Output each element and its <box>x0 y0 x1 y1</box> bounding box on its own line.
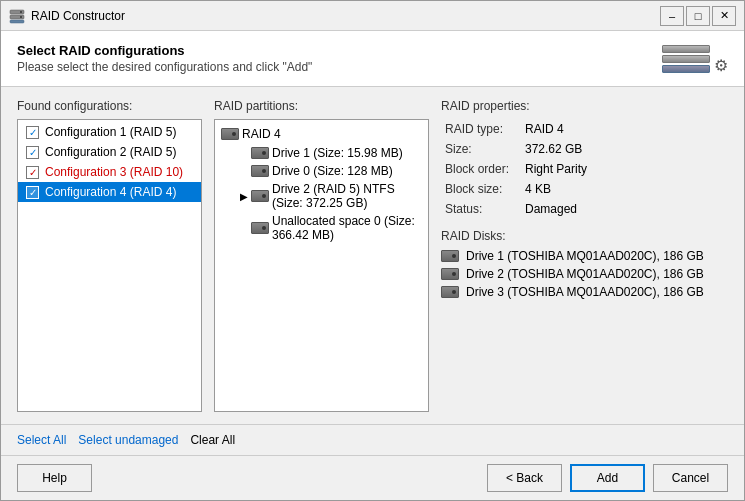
bottom-bar: Select All Select undamaged Clear All <box>1 424 744 455</box>
properties-table: RAID type: RAID 4 Size: 372.62 GB Block … <box>441 119 728 219</box>
hdd-icon <box>251 147 269 159</box>
select-all-button[interactable]: Select All <box>17 433 66 447</box>
prop-row: Size: 372.62 GB <box>441 139 728 159</box>
expand-icon <box>237 164 251 178</box>
header-icon-area: ⚙ <box>662 45 728 73</box>
raid-root-label: RAID 4 <box>242 127 281 141</box>
config1-label: Configuration 1 (RAID 5) <box>45 125 176 139</box>
prop-key: Block size: <box>441 179 521 199</box>
left-panel: Found configurations: Configuration 1 (R… <box>17 99 202 412</box>
config2-label: Configuration 2 (RAID 5) <box>45 145 176 159</box>
close-button[interactable]: ✕ <box>712 6 736 26</box>
partition-label: Unallocated space 0 (Size: 366.42 MB) <box>272 214 422 242</box>
prop-key: Block order: <box>441 159 521 179</box>
hdd-icon <box>251 165 269 177</box>
disk-icon-3 <box>662 65 710 73</box>
hdd-icon <box>441 286 459 298</box>
window-controls: – □ ✕ <box>660 6 736 26</box>
middle-panel: RAID partitions: RAID 4 Drive 1 (Size: 1… <box>214 99 429 412</box>
disk-entry: Drive 1 (TOSHIBA MQ01AAD020C), 186 GB <box>441 247 728 265</box>
config4-label: Configuration 4 (RAID 4) <box>45 185 176 199</box>
help-button[interactable]: Help <box>17 464 92 492</box>
prop-value: 4 KB <box>521 179 728 199</box>
disk-entry: Drive 2 (TOSHIBA MQ01AAD020C), 186 GB <box>441 265 728 283</box>
clear-all-button[interactable]: Clear All <box>190 433 235 447</box>
tree-item[interactable]: ▶ Drive 2 (RAID 5) NTFS (Size: 372.25 GB… <box>215 180 428 212</box>
svg-point-3 <box>20 11 22 13</box>
disk-label: Drive 1 (TOSHIBA MQ01AAD020C), 186 GB <box>466 249 704 263</box>
expand-icon: ▶ <box>237 189 251 203</box>
header: Select RAID configurations Please select… <box>1 31 744 87</box>
partition-label: Drive 0 (Size: 128 MB) <box>272 164 393 178</box>
properties-panel: RAID type: RAID 4 Size: 372.62 GB Block … <box>441 119 728 301</box>
footer: Help < Back Add Cancel <box>1 455 744 500</box>
svg-rect-2 <box>10 20 24 23</box>
select-undamaged-button[interactable]: Select undamaged <box>78 433 178 447</box>
disk-label: Drive 2 (TOSHIBA MQ01AAD020C), 186 GB <box>466 267 704 281</box>
hdd-icon <box>441 268 459 280</box>
prop-value: 372.62 GB <box>521 139 728 159</box>
app-icon <box>9 8 25 24</box>
main-content: Found configurations: Configuration 1 (R… <box>1 87 744 455</box>
raid-root: RAID 4 <box>215 124 428 144</box>
panels: Found configurations: Configuration 1 (R… <box>1 87 744 424</box>
prop-key: RAID type: <box>441 119 521 139</box>
config1-checkbox[interactable] <box>26 126 39 139</box>
disk-icon-1 <box>662 45 710 53</box>
gear-icon: ⚙ <box>714 56 728 75</box>
hdd-icon <box>251 190 269 202</box>
list-item[interactable]: Configuration 3 (RAID 10) <box>18 162 201 182</box>
header-left: Select RAID configurations Please select… <box>17 43 312 74</box>
list-item[interactable]: Configuration 2 (RAID 5) <box>18 142 201 162</box>
cancel-button[interactable]: Cancel <box>653 464 728 492</box>
partition-label: Drive 1 (Size: 15.98 MB) <box>272 146 403 160</box>
main-window: RAID Constructor – □ ✕ Select RAID confi… <box>0 0 745 501</box>
add-button[interactable]: Add <box>570 464 645 492</box>
tree-item[interactable]: Drive 1 (Size: 15.98 MB) <box>215 144 428 162</box>
back-button[interactable]: < Back <box>487 464 562 492</box>
raid-partitions-tree[interactable]: RAID 4 Drive 1 (Size: 15.98 MB) Drive 0 … <box>214 119 429 412</box>
middle-panel-label: RAID partitions: <box>214 99 429 113</box>
title-bar: RAID Constructor – □ ✕ <box>1 1 744 31</box>
prop-value-status: Damaged <box>521 199 728 219</box>
window-title: RAID Constructor <box>31 9 660 23</box>
disk-entry: Drive 3 (TOSHIBA MQ01AAD020C), 186 GB <box>441 283 728 301</box>
header-subtitle: Please select the desired configurations… <box>17 60 312 74</box>
svg-point-4 <box>20 16 22 18</box>
right-panel: RAID properties: RAID type: RAID 4 Size:… <box>441 99 728 412</box>
header-title: Select RAID configurations <box>17 43 312 58</box>
list-item[interactable]: Configuration 4 (RAID 4) <box>18 182 201 202</box>
prop-row: RAID type: RAID 4 <box>441 119 728 139</box>
right-panel-label: RAID properties: <box>441 99 728 113</box>
tree-item[interactable]: Unallocated space 0 (Size: 366.42 MB) <box>215 212 428 244</box>
config3-checkbox[interactable] <box>26 166 39 179</box>
minimize-button[interactable]: – <box>660 6 684 26</box>
disk-icon-2 <box>662 55 710 63</box>
left-panel-label: Found configurations: <box>17 99 202 113</box>
disk-label: Drive 3 (TOSHIBA MQ01AAD020C), 186 GB <box>466 285 704 299</box>
prop-key: Status: <box>441 199 521 219</box>
prop-row: Block size: 4 KB <box>441 179 728 199</box>
prop-value: RAID 4 <box>521 119 728 139</box>
hdd-icon <box>221 128 239 140</box>
prop-row: Block order: Right Parity <box>441 159 728 179</box>
hdd-icon <box>441 250 459 262</box>
prop-value: Right Parity <box>521 159 728 179</box>
config4-checkbox[interactable] <box>26 186 39 199</box>
prop-key: Size: <box>441 139 521 159</box>
maximize-button[interactable]: □ <box>686 6 710 26</box>
config2-checkbox[interactable] <box>26 146 39 159</box>
tree-item[interactable]: Drive 0 (Size: 128 MB) <box>215 162 428 180</box>
config3-label: Configuration 3 (RAID 10) <box>45 165 183 179</box>
expand-icon <box>237 146 251 160</box>
disks-section-label: RAID Disks: <box>441 229 728 243</box>
expand-icon <box>237 221 251 235</box>
configurations-list[interactable]: Configuration 1 (RAID 5) Configuration 2… <box>17 119 202 412</box>
partition-label: Drive 2 (RAID 5) NTFS (Size: 372.25 GB) <box>272 182 422 210</box>
list-item[interactable]: Configuration 1 (RAID 5) <box>18 122 201 142</box>
hdd-icon <box>251 222 269 234</box>
prop-row: Status: Damaged <box>441 199 728 219</box>
